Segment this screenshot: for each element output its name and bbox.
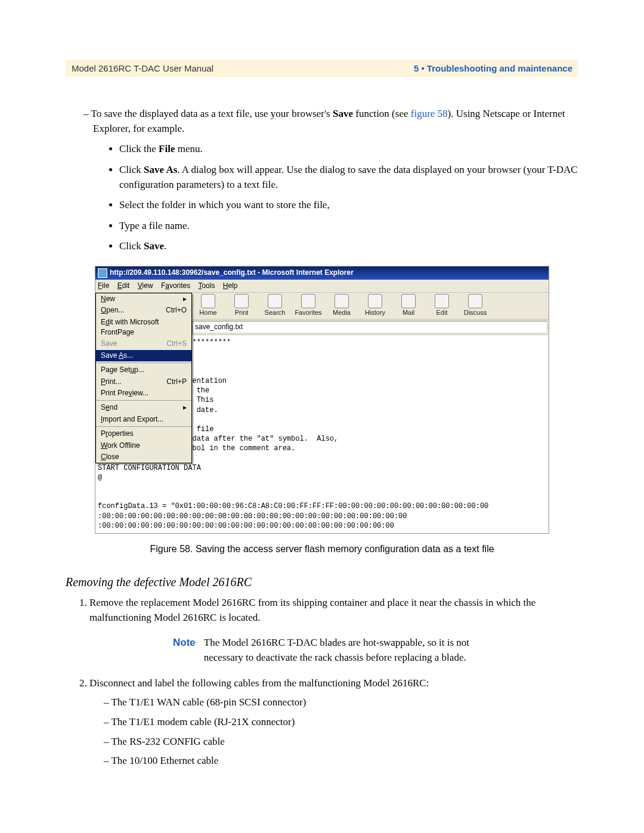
menu-favorites[interactable]: Favorites [161,281,190,290]
window-title: http://209.49.110.148:30962/save_config.… [110,268,354,278]
mail-icon [401,294,416,308]
menu-view[interactable]: View [138,281,153,290]
bullet-click-save: Click Save. [119,239,578,254]
fm-editfp[interactable]: Edit with Microsoft FrontPage [96,317,191,339]
fm-offline[interactable]: Work Offline [96,440,191,451]
fm-print[interactable]: Print...Ctrl+P [96,376,191,388]
menu-help[interactable]: Help [223,281,238,290]
ie-icon [98,268,107,278]
sub-cable-ethernet: – The 10/100 Ethernet cable [89,754,578,769]
menu-edit[interactable]: Edit [117,281,130,290]
fm-saveas[interactable]: Save As... [96,350,191,361]
note-text: The Model 2616RC T-DAC blades are hot-sw… [204,636,507,665]
tb-search[interactable]: Search [260,294,290,318]
menu-file[interactable]: File [98,281,109,290]
page-header: Model 2616RC T-DAC User Manual 5 • Troub… [66,60,578,77]
edit-icon [435,294,449,308]
bullet-save-as: Click Save As. A dialog box will appear.… [119,163,578,192]
fm-save: SaveCtrl+S [96,338,191,349]
step-1: Remove the replacement Model 2616RC from… [89,596,578,665]
tb-favorites[interactable]: Favorites [293,294,323,318]
fm-new[interactable]: New▸ [96,293,191,305]
header-left: Model 2616RC T-DAC User Manual [72,63,213,73]
fm-close[interactable]: Close [96,451,191,463]
fm-open[interactable]: Open...Ctrl+O [96,305,191,316]
note-block: Note The Model 2616RC T-DAC blades are h… [173,636,507,665]
bullet-click-file: Click the File menu. [119,142,578,157]
sub-cable-wan: – The T1/E1 WAN cable (68-pin SCSI conne… [89,695,578,710]
home-icon [201,294,215,308]
search-icon [268,294,282,308]
sub-cable-modem: – The T1/E1 modem cable (RJ-21X connecto… [89,715,578,730]
figure-link[interactable]: figure 58 [411,108,448,119]
tb-media[interactable]: Media [327,294,357,318]
media-icon [335,294,349,308]
address-field[interactable]: save_config.txt [192,321,547,333]
header-right: 5 • Troubleshooting and maintenance [414,63,572,73]
ie-window: http://209.49.110.148:30962/save_config.… [95,266,549,534]
bullet-select-folder: Select the folder in which you want to s… [119,198,578,213]
menubar: File Edit View Favorites Tools Help [95,280,549,293]
note-label: Note [173,636,196,665]
step-2: Disconnect and label the following cable… [89,676,578,769]
fm-impexp[interactable]: Import and Export... [96,414,191,425]
tb-print[interactable]: Print [227,294,256,318]
favorites-icon [301,294,315,308]
sub-cable-config: – The RS-232 CONFIG cable [89,735,578,750]
tb-home[interactable]: Home [193,294,223,318]
print-icon [234,294,249,308]
history-icon [368,294,382,308]
bullet-type-name: Type a file name. [119,219,578,234]
intro-paragraph: – To save the displayed data as a text f… [66,107,578,136]
window-titlebar: http://209.49.110.148:30962/save_config.… [95,267,549,279]
tb-edit[interactable]: Edit [427,294,457,318]
tb-mail[interactable]: Mail [394,294,423,318]
removing-heading: Removing the defective Model 2616RC [66,574,578,591]
tb-discuss[interactable]: Discuss [460,294,490,318]
tb-history[interactable]: History [360,294,390,318]
file-dropdown: New▸ Open...Ctrl+O Edit with Microsoft F… [95,293,192,463]
fm-pagesetup[interactable]: Page Setup... [96,364,191,376]
fm-preview[interactable]: Print Preview... [96,388,191,399]
menu-tools[interactable]: Tools [198,281,215,290]
toolbar: Home Print Search Favorites Media Histor… [191,293,549,319]
figure-caption: Figure 58. Saving the access server flas… [66,542,578,556]
fm-properties[interactable]: Properties [96,428,191,439]
discuss-icon [468,294,482,308]
fm-send[interactable]: Send▸ [96,402,191,413]
